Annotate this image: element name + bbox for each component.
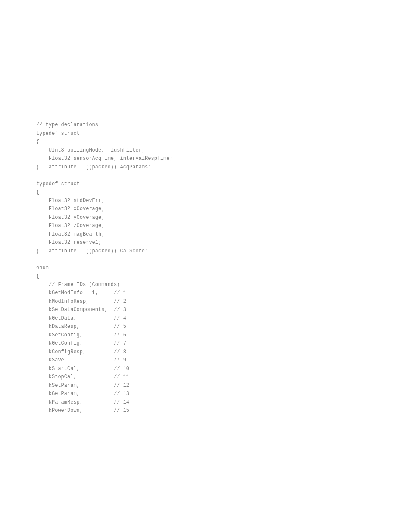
code-block: // type declarations typedef struct { UI… <box>36 121 375 415</box>
document-page: // type declarations typedef struct { UI… <box>0 0 411 532</box>
header-divider <box>36 56 375 56</box>
